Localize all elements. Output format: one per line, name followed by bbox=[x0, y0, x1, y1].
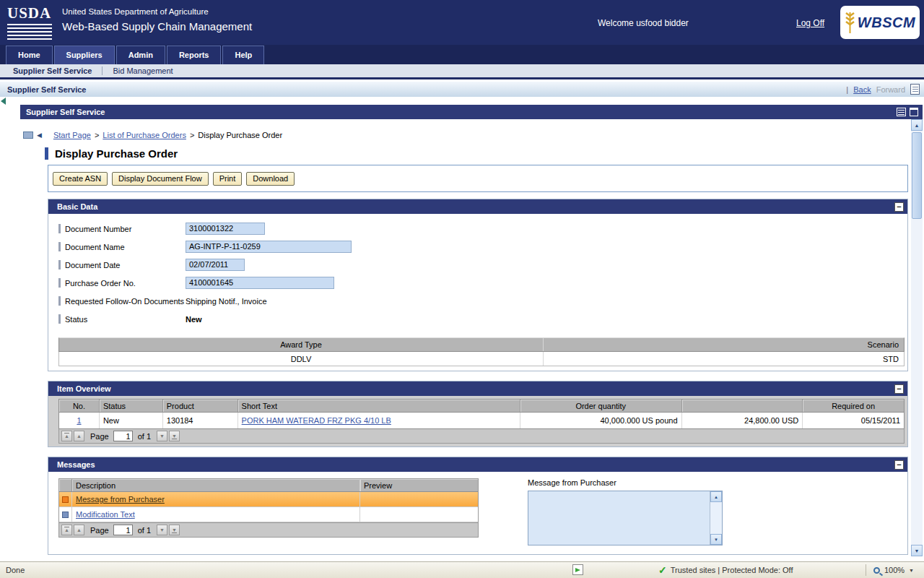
award-type-value: DDLV bbox=[59, 352, 544, 366]
col-header-required-on[interactable]: Required on bbox=[803, 400, 904, 412]
collapse-icon[interactable]: − bbox=[894, 384, 904, 394]
breadcrumb-separator: > bbox=[95, 131, 99, 139]
tab-home[interactable]: Home bbox=[6, 46, 53, 64]
purchase-order-no-label: Purchase Order No. bbox=[65, 279, 136, 288]
history-nav: | Back Forward bbox=[846, 84, 920, 95]
item-overview-section: Item Overview − No. Status Product Short… bbox=[48, 381, 908, 447]
subnav-supplier-self-service[interactable]: Supplier Self Service bbox=[10, 66, 95, 75]
page-label: Page bbox=[90, 526, 109, 535]
breadcrumb-current: Display Purchase Order bbox=[198, 131, 282, 139]
scenario-header: Scenario bbox=[544, 338, 904, 351]
field-label: Document Name bbox=[58, 242, 186, 251]
page-number-input[interactable] bbox=[113, 525, 133, 535]
tab-reports[interactable]: Reports bbox=[167, 46, 222, 64]
maximize-icon[interactable] bbox=[910, 108, 918, 116]
previous-page-button[interactable]: ▲ bbox=[74, 431, 84, 441]
col-header-value[interactable] bbox=[682, 400, 803, 412]
document-number-label: Document Number bbox=[65, 225, 131, 233]
wbscm-logo: WBSCM bbox=[840, 6, 920, 39]
col-header-product[interactable]: Product bbox=[163, 400, 238, 412]
scroll-up-icon[interactable]: ▲ bbox=[710, 491, 722, 502]
tab-help[interactable]: Help bbox=[222, 46, 264, 64]
field-row: Requested Follow-On Documents Shipping N… bbox=[58, 292, 907, 310]
back-link[interactable]: Back bbox=[853, 85, 871, 94]
display-document-flow-button[interactable]: Display Document Flow bbox=[112, 172, 209, 186]
logoff-link[interactable]: Log Off bbox=[796, 18, 824, 28]
scroll-up-icon[interactable]: ▲ bbox=[911, 119, 923, 131]
page-count: of 1 bbox=[138, 526, 151, 535]
scroll-down-icon[interactable]: ▼ bbox=[710, 534, 722, 545]
item-product: 130184 bbox=[163, 413, 238, 428]
field-marker bbox=[58, 242, 61, 251]
usda-logo: USDA bbox=[7, 4, 53, 40]
collapse-icon[interactable]: − bbox=[894, 202, 904, 212]
breadcrumb-list-of-purchase-orders[interactable]: List of Purchase Orders bbox=[103, 131, 186, 139]
scroll-down-icon[interactable]: ▼ bbox=[911, 545, 923, 556]
panel-options-icon[interactable] bbox=[897, 108, 906, 116]
create-asn-button[interactable]: Create ASN bbox=[53, 172, 108, 186]
message-from-purchaser-link[interactable]: Message from Purchaser bbox=[76, 495, 165, 504]
sub-nav: Supplier Self Service Bid Management bbox=[0, 64, 924, 79]
item-no-link[interactable]: 1 bbox=[77, 416, 81, 425]
document-number-value: 3100001322 bbox=[186, 223, 265, 235]
col-header-no[interactable]: No. bbox=[59, 400, 100, 412]
item-value: 24,800.00 USD bbox=[682, 413, 803, 428]
col-header-description[interactable]: Description bbox=[72, 479, 360, 491]
message-row-purchaser[interactable]: Message from Purchaser bbox=[59, 492, 478, 507]
first-page-button[interactable]: ▲ bbox=[61, 431, 72, 441]
scrollbar-thumb[interactable] bbox=[912, 132, 922, 219]
messages-table: Description Preview Message from Purchas… bbox=[58, 478, 479, 523]
next-page-button[interactable]: ▼ bbox=[157, 525, 167, 535]
last-page-button[interactable]: ▼ bbox=[169, 525, 180, 535]
previous-page-button[interactable]: ▲ bbox=[74, 525, 84, 535]
item-table-pager: ▲ ▲ Page of 1 ▼ ▼ bbox=[58, 429, 905, 444]
agency-name: United States Department of Agriculture bbox=[62, 7, 252, 16]
message-preview bbox=[360, 492, 478, 506]
follow-on-documents-label: Requested Follow-On Documents bbox=[65, 297, 184, 306]
purchase-order-no-value: 4100001645 bbox=[186, 277, 334, 289]
vertical-scrollbar[interactable]: ▲ ▼ bbox=[911, 119, 923, 556]
col-header-status[interactable]: Status bbox=[100, 400, 163, 412]
page-title: Display Purchase Order bbox=[55, 147, 178, 160]
collapse-sidebar-arrow[interactable] bbox=[1, 98, 6, 105]
next-page-button[interactable]: ▼ bbox=[157, 431, 167, 441]
last-page-button[interactable]: ▼ bbox=[169, 431, 180, 441]
tab-admin[interactable]: Admin bbox=[116, 46, 165, 64]
first-page-button[interactable]: ▲ bbox=[61, 525, 72, 535]
breadcrumb-back-icon[interactable]: ◀ bbox=[37, 131, 42, 139]
item-row[interactable]: 1 New 130184 PORK HAM WATERAD FRZ PKG 4/… bbox=[59, 413, 904, 428]
col-header-order-quantity[interactable]: Order quantity bbox=[520, 400, 682, 412]
item-short-text-link[interactable]: PORK HAM WATERAD FRZ PKG 4/10 LB bbox=[242, 416, 391, 425]
field-label: Requested Follow-On Documents bbox=[58, 296, 186, 306]
usda-logo-text: USDA bbox=[7, 4, 53, 22]
message-preview-textarea[interactable]: ▲ ▼ bbox=[528, 491, 723, 545]
col-header-short-text[interactable]: Short Text bbox=[238, 400, 520, 412]
item-overview-title: Item Overview bbox=[57, 384, 111, 393]
header-titles: United States Department of Agriculture … bbox=[62, 7, 252, 33]
print-button[interactable]: Print bbox=[213, 172, 243, 186]
preview-scrollbar[interactable]: ▲ ▼ bbox=[710, 491, 722, 545]
zoom-dropdown-icon[interactable]: ▼ bbox=[909, 568, 914, 573]
history-menu-icon[interactable] bbox=[23, 131, 33, 139]
document-name-label: Document Name bbox=[65, 243, 125, 251]
history-separator: | bbox=[846, 85, 848, 94]
page-number-input[interactable] bbox=[113, 431, 133, 441]
page-options-icon[interactable] bbox=[910, 84, 920, 95]
tab-suppliers[interactable]: Suppliers bbox=[54, 46, 115, 64]
col-header-preview[interactable]: Preview bbox=[360, 479, 478, 491]
message-preview bbox=[360, 507, 478, 522]
security-zone[interactable]: ✓ Trusted sites | Protected Mode: Off bbox=[658, 564, 793, 576]
zone-icon[interactable] bbox=[572, 564, 583, 575]
download-button[interactable]: Download bbox=[246, 172, 295, 186]
basic-data-body: Document Number 3100001322 Document Name… bbox=[48, 214, 907, 371]
messages-title: Messages bbox=[57, 460, 95, 469]
modification-text-link[interactable]: Modification Text bbox=[76, 510, 135, 519]
breadcrumb-separator: > bbox=[190, 131, 194, 139]
message-row-modification[interactable]: Modification Text bbox=[59, 507, 478, 522]
subnav-bid-management[interactable]: Bid Management bbox=[110, 66, 175, 75]
field-row: Document Number 3100001322 bbox=[58, 220, 907, 238]
breadcrumb-start-page[interactable]: Start Page bbox=[53, 131, 91, 139]
messages-section: Messages − Description Preview bbox=[48, 457, 908, 555]
collapse-icon[interactable]: − bbox=[894, 460, 904, 470]
zoom-control[interactable]: 100% ▼ bbox=[866, 564, 914, 576]
